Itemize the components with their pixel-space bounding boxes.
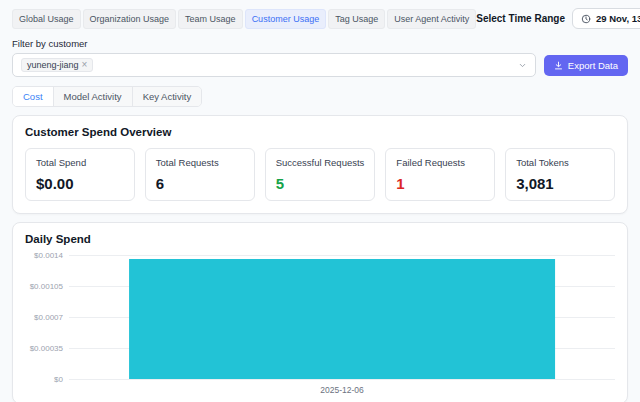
x-axis-spacer [25, 385, 69, 395]
customer-spend-overview-card: Customer Spend Overview Total Spend$0.00… [12, 115, 628, 214]
nav-tab-tag-usage[interactable]: Tag Usage [328, 9, 385, 29]
customer-tag: yuneng-jiang × [21, 58, 93, 72]
nav-tab-user-agent-activity[interactable]: User Agent Activity [387, 9, 476, 29]
y-tick-label: $0 [54, 375, 63, 384]
customer-spend-overview-title: Customer Spend Overview [25, 126, 615, 138]
stat-label: Total Requests [156, 157, 244, 168]
close-icon[interactable]: × [82, 60, 88, 70]
clock-icon [581, 14, 591, 24]
y-tick-label: $0.0007 [34, 313, 63, 322]
chart-y-axis: $0.0014$0.00105$0.0007$0.00035$0 [25, 255, 69, 379]
time-range-label: Select Time Range [476, 13, 565, 24]
stat-label: Failed Requests [396, 157, 484, 168]
nav-tab-team-usage[interactable]: Team Usage [178, 9, 243, 29]
daily-spend-chart: $0.0014$0.00105$0.0007$0.00035$0 [25, 255, 615, 379]
stat-label: Successful Requests [276, 157, 365, 168]
customer-filter-select[interactable]: yuneng-jiang × [12, 53, 536, 77]
usage-nav-tabs: Global UsageOrganization UsageTeam Usage… [12, 9, 476, 29]
gridline [69, 255, 615, 256]
time-range-group: Select Time Range 29 Nov, 13:21 - 6 Dec,… [476, 8, 640, 29]
x-axis-label: 2025-12-06 [69, 385, 615, 395]
nav-tab-organization-usage[interactable]: Organization Usage [83, 9, 177, 29]
filter-row: yuneng-jiang × Export Data [12, 53, 628, 77]
tab-key-activity[interactable]: Key Activity [132, 87, 202, 106]
stat-value: 3,081 [516, 175, 604, 192]
stat-card-successful-requests: Successful Requests5 [265, 148, 376, 201]
stat-label: Total Spend [36, 157, 124, 168]
stat-value: $0.00 [36, 175, 124, 192]
daily-spend-title: Daily Spend [25, 233, 615, 245]
stat-card-failed-requests: Failed Requests1 [385, 148, 495, 201]
y-tick-label: $0.0014 [34, 251, 63, 260]
y-tick-label: $0.00035 [30, 344, 63, 353]
stats-row: Total Spend$0.00Total Requests6Successfu… [25, 148, 615, 201]
tab-cost[interactable]: Cost [13, 87, 53, 106]
time-range-picker[interactable]: 29 Nov, 13:21 - 6 Dec, 13:21 [572, 8, 640, 29]
export-data-button[interactable]: Export Data [544, 55, 628, 76]
export-data-label: Export Data [568, 60, 618, 71]
stat-value: 6 [156, 175, 244, 192]
filter-by-customer-label: Filter by customer [12, 38, 628, 49]
y-tick-label: $0.00105 [30, 282, 63, 291]
daily-spend-bar [129, 259, 555, 379]
gridline [69, 379, 615, 380]
nav-tab-customer-usage[interactable]: Customer Usage [245, 9, 327, 29]
chart-plot [69, 255, 615, 379]
download-icon [554, 61, 563, 70]
stat-value: 5 [276, 175, 365, 192]
customer-tag-label: yuneng-jiang [27, 60, 79, 70]
nav-tab-global-usage[interactable]: Global Usage [12, 9, 81, 29]
stat-label: Total Tokens [516, 157, 604, 168]
stat-value: 1 [396, 175, 484, 192]
stat-card-total-requests: Total Requests6 [145, 148, 255, 201]
chart-x-axis: 2025-12-06 [25, 385, 615, 395]
customer-filter-section: Filter by customer yuneng-jiang × Export… [0, 29, 640, 77]
time-range-value: 29 Nov, 13:21 - 6 Dec, 13:21 [596, 13, 640, 24]
view-tabs: CostModel ActivityKey Activity [12, 86, 202, 107]
stat-card-total-tokens: Total Tokens3,081 [505, 148, 615, 201]
chevron-down-icon [518, 61, 527, 70]
stat-card-total-spend: Total Spend$0.00 [25, 148, 135, 201]
tab-model-activity[interactable]: Model Activity [53, 87, 132, 106]
top-bar: Global UsageOrganization UsageTeam Usage… [0, 0, 640, 29]
daily-spend-card: Daily Spend $0.0014$0.00105$0.0007$0.000… [12, 222, 628, 402]
